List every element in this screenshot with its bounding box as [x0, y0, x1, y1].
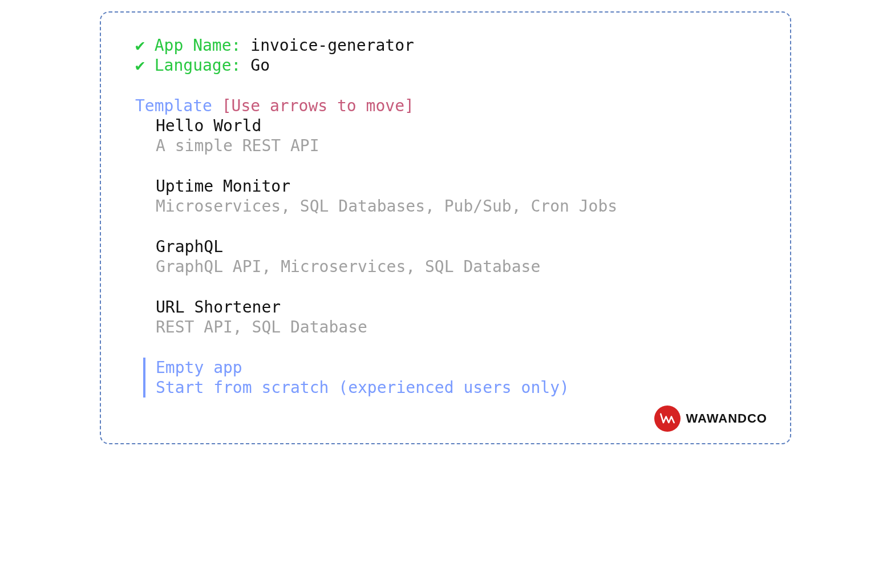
template-option-desc: REST API, SQL Database	[156, 317, 756, 337]
language-label: Language:	[155, 56, 241, 75]
template-option[interactable]: Hello World A simple REST API	[135, 116, 756, 156]
template-option-desc: A simple REST API	[156, 136, 756, 156]
cli-panel: ✔ App Name: invoice-generator ✔ Language…	[100, 11, 791, 444]
template-header: Template [Use arrows to move]	[135, 96, 756, 116]
template-option-title: GraphQL	[156, 237, 756, 257]
template-option[interactable]: Uptime Monitor Microservices, SQL Databa…	[135, 176, 756, 216]
field-app-name: ✔ App Name: invoice-generator	[135, 35, 756, 55]
spacer	[135, 75, 756, 96]
template-option-desc: Start from scratch (experienced users on…	[156, 378, 756, 398]
brand-logo-text: WAWANDCO	[686, 411, 767, 427]
app-name-label: App Name:	[155, 36, 241, 55]
template-label: Template	[135, 96, 212, 115]
spacer	[135, 277, 756, 297]
template-option[interactable]: URL Shortener REST API, SQL Database	[135, 297, 756, 337]
template-option-title: URL Shortener	[156, 297, 756, 317]
template-option[interactable]: GraphQL GraphQL API, Microservices, SQL …	[135, 237, 756, 277]
template-option-title: Empty app	[156, 358, 756, 378]
app-name-value: invoice-generator	[250, 36, 414, 55]
check-icon: ✔	[135, 56, 145, 75]
field-language: ✔ Language: Go	[135, 55, 756, 75]
template-hint: [Use arrows to move]	[222, 96, 414, 115]
spacer	[135, 216, 756, 237]
brand-logo-icon	[654, 405, 681, 432]
template-option-desc: GraphQL API, Microservices, SQL Database	[156, 257, 756, 277]
spacer	[135, 156, 756, 176]
language-value: Go	[250, 56, 270, 75]
check-icon: ✔	[135, 36, 145, 55]
brand-logo: WAWANDCO	[654, 405, 767, 432]
template-option-title: Uptime Monitor	[156, 176, 756, 196]
spacer	[135, 337, 756, 358]
template-option-selected[interactable]: Empty app Start from scratch (experience…	[143, 358, 756, 398]
template-option-title: Hello World	[156, 116, 756, 136]
template-option-desc: Microservices, SQL Databases, Pub/Sub, C…	[156, 196, 756, 216]
